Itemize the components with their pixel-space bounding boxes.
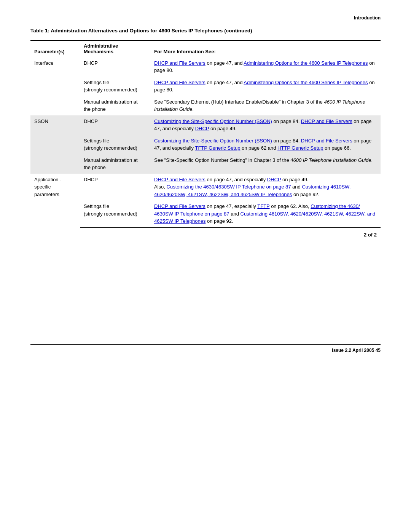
link-dhcp-49-2[interactable]: DHCP [267, 177, 281, 182]
table-row: Settings file(strongly recommended) DHCP… [30, 200, 381, 228]
info-application-settings: DHCP and File Servers on page 47, especi… [150, 200, 381, 228]
table-row: Manual administration atthe phone See "S… [30, 96, 381, 115]
mech-manual-interface: Manual administration atthe phone [80, 96, 150, 115]
link-admin-options-4600[interactable]: Administering Options for the 4600 Serie… [244, 60, 368, 66]
col-header-mech: Administrative Mechanisms [80, 40, 150, 57]
mech-dhcp-interface: DHCP [80, 57, 150, 77]
link-dhcp-file-servers-2[interactable]: DHCP and File Servers [154, 80, 206, 85]
info-sson-manual: See "Site-Specific Option Number Setting… [150, 154, 381, 174]
param-application: Application -specificparameters [30, 174, 80, 228]
mech-settings-application: Settings file(strongly recommended) [80, 200, 150, 228]
info-interface-settings: DHCP and File Servers on page 47, and Ad… [150, 77, 381, 96]
link-http-generic-setup[interactable]: HTTP Generic Setup [277, 145, 323, 151]
link-admin-options-4600-2[interactable]: Administering Options for the 4600 Serie… [244, 80, 368, 85]
table-row: Application -specificparameters DHCP DHC… [30, 174, 381, 201]
link-sson-84[interactable]: Customizing the Site-Specific Option Num… [154, 118, 272, 124]
param-interface: Interface [30, 57, 80, 115]
col-header-param: Parameter(s) [30, 40, 80, 57]
table-row: Manual administration atthe phone See "S… [30, 154, 381, 174]
info-interface-dhcp: DHCP and File Servers on page 47, and Ad… [150, 57, 381, 77]
main-table: Parameter(s) Administrative Mechanisms F… [30, 40, 381, 228]
link-tftp-62[interactable]: TFTP [257, 203, 269, 209]
param-sson: SSON [30, 115, 80, 174]
table-row: SSON DHCP Customizing the Site-Specific … [30, 115, 381, 135]
link-dhcp-file-servers[interactable]: DHCP and File Servers [154, 60, 206, 66]
footer: Issue 2.2 April 2005 45 [30, 344, 381, 353]
info-sson-dhcp: Customizing the Site-Specific Option Num… [150, 115, 381, 135]
mech-settings-interface: Settings file(strongly recommended) [80, 77, 150, 96]
link-tftp-generic-setup[interactable]: TFTP Generic Setup [195, 145, 240, 151]
link-dhcp-49[interactable]: DHCP [195, 126, 209, 131]
table-row: Settings file(strongly recommended) Cust… [30, 135, 381, 154]
mech-dhcp-sson: DHCP [80, 115, 150, 135]
col-header-info: For More Information See: [150, 40, 381, 57]
info-application-dhcp: DHCP and File Servers on page 47, and es… [150, 174, 381, 201]
link-sson-84-2[interactable]: Customizing the Site-Specific Option Num… [154, 138, 272, 144]
table-title: Table 1: Administration Alternatives and… [30, 27, 381, 35]
link-dhcp-file-servers-6[interactable]: DHCP and File Servers [154, 203, 206, 209]
page-indicator: 2 of 2 [30, 232, 381, 238]
link-customizing-4630[interactable]: Customizing the 4630/4630SW IP Telephone… [167, 184, 291, 190]
info-sson-settings: Customizing the Site-Specific Option Num… [150, 135, 381, 154]
info-interface-manual: See "Secondary Ethernet (Hub) Interface … [150, 96, 381, 115]
section-header: Introduction [30, 15, 381, 21]
table-row: Interface DHCP DHCP and File Servers on … [30, 57, 381, 77]
mech-manual-sson: Manual administration atthe phone [80, 154, 150, 174]
mech-dhcp-application: DHCP [80, 174, 150, 201]
link-dhcp-file-servers-3[interactable]: DHCP and File Servers [301, 118, 352, 124]
link-dhcp-file-servers-5[interactable]: DHCP and File Servers [154, 177, 206, 182]
table-row: Settings file(strongly recommended) DHCP… [30, 77, 381, 96]
link-dhcp-file-servers-4[interactable]: DHCP and File Servers [301, 138, 352, 144]
mech-settings-sson: Settings file(strongly recommended) [80, 135, 150, 154]
